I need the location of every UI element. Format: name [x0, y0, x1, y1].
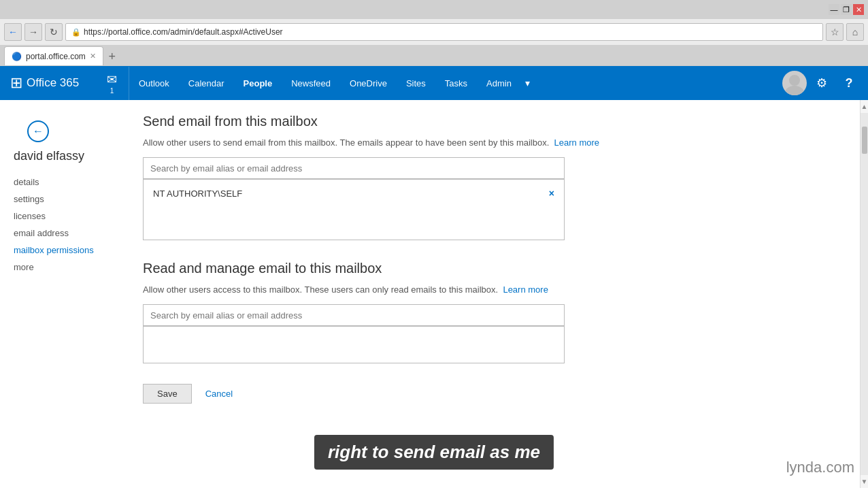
refresh-button[interactable]: ↻	[45, 23, 63, 41]
nav-link-outlook[interactable]: Outlook	[129, 66, 179, 100]
restore-button[interactable]: ❐	[841, 4, 852, 15]
browser-toolbar: ← → ↻ 🔒 https://portal.office.com/admin/…	[0, 19, 868, 45]
address-text: https://portal.office.com/admin/default.…	[84, 27, 283, 37]
svg-point-1	[785, 86, 804, 95]
send-email-title: Send email from this mailbox	[143, 114, 839, 129]
send-email-search-input[interactable]	[143, 157, 565, 179]
back-nav-button[interactable]: ←	[4, 23, 22, 41]
read-email-desc: Allow other users access to this mailbox…	[143, 284, 839, 295]
send-email-section: Send email from this mailbox Allow other…	[143, 114, 839, 240]
scroll-track[interactable]	[861, 113, 868, 475]
sidebar-username: david elfassy	[14, 149, 116, 163]
scroll-up-button[interactable]: ▲	[858, 100, 868, 113]
sidebar-nav: details settings licenses email address …	[14, 177, 116, 272]
save-button[interactable]: Save	[143, 384, 192, 404]
nav-links: Outlook Calendar People Newsfeed OneDriv…	[129, 66, 782, 100]
main-content: Send email from this mailbox Allow other…	[129, 100, 860, 488]
home-button[interactable]: ⌂	[846, 23, 864, 41]
o365-logo-icon: ⊞	[10, 74, 22, 92]
svg-point-0	[789, 75, 800, 86]
new-tab-button[interactable]: +	[103, 48, 121, 65]
back-button[interactable]: ←	[27, 120, 49, 142]
browser-tab[interactable]: 🔵 portal.office.com ✕	[4, 46, 103, 65]
settings-icon: ⚙	[816, 76, 827, 91]
nav-right: ⚙ ?	[782, 71, 868, 95]
sidebar-item-settings[interactable]: settings	[14, 194, 116, 204]
o365-logo[interactable]: ⊞ Office 365	[0, 74, 95, 92]
sidebar-item-mailbox-permissions[interactable]: mailbox permissions	[14, 245, 116, 255]
nav-link-calendar[interactable]: Calendar	[179, 66, 234, 100]
sidebar-item-details[interactable]: details	[14, 177, 116, 187]
browser-chrome: — ❐ ✕ ← → ↻ 🔒 https://portal.office.com/…	[0, 0, 868, 66]
nav-more-chevron[interactable]: ▾	[521, 78, 534, 88]
address-icon: 🔒	[71, 28, 81, 37]
scrollbar[interactable]: ▲ ▼	[860, 100, 868, 488]
o365-logo-text: Office 365	[27, 76, 79, 90]
subtitle-bar: right to send email as me	[314, 435, 554, 470]
nav-link-sites[interactable]: Sites	[397, 66, 435, 100]
mail-icon: ✉	[107, 72, 117, 87]
tab-close-button[interactable]: ✕	[90, 52, 96, 61]
subtitle-text: right to send email as me	[328, 442, 540, 462]
nav-link-tasks[interactable]: Tasks	[435, 66, 477, 100]
permission-remove-button[interactable]: ×	[549, 188, 554, 199]
read-email-title: Read and manage email to this mailbox	[143, 261, 839, 276]
nav-link-admin[interactable]: Admin	[477, 66, 521, 100]
o365-navbar: ⊞ Office 365 ✉ 1 Outlook Calendar People…	[0, 66, 868, 100]
read-email-permissions-list	[143, 326, 565, 363]
tab-label: portal.office.com	[26, 52, 86, 61]
forward-nav-button[interactable]: →	[24, 23, 42, 41]
mail-icon-wrapper[interactable]: ✉ 1	[95, 67, 129, 100]
address-bar[interactable]: 🔒 https://portal.office.com/admin/defaul…	[65, 23, 823, 41]
read-email-section: Read and manage email to this mailbox Al…	[143, 261, 839, 363]
scroll-down-button[interactable]: ▼	[858, 475, 868, 488]
minimize-button[interactable]: —	[829, 4, 839, 15]
tab-bar: 🔵 portal.office.com ✕ +	[0, 45, 868, 65]
browser-titlebar: — ❐ ✕	[0, 0, 868, 19]
nav-link-onedrive[interactable]: OneDrive	[340, 66, 397, 100]
send-email-desc: Allow other users to send email from thi…	[143, 137, 839, 148]
sidebar-item-more[interactable]: more	[14, 262, 116, 272]
tab-favicon: 🔵	[12, 52, 22, 61]
close-button[interactable]: ✕	[853, 4, 864, 15]
read-email-search-input[interactable]	[143, 304, 565, 326]
star-button[interactable]: ☆	[826, 23, 844, 41]
scroll-thumb[interactable]	[862, 127, 867, 154]
cancel-button[interactable]: Cancel	[199, 384, 239, 404]
sidebar-item-licenses[interactable]: licenses	[14, 211, 116, 221]
settings-button[interactable]: ⚙	[809, 71, 834, 95]
permission-name: NT AUTHORITY\SELF	[153, 189, 242, 199]
sidebar: ← david elfassy details settings license…	[0, 100, 129, 488]
nav-link-people[interactable]: People	[234, 66, 282, 100]
watermark: lynda.com	[786, 459, 854, 476]
sidebar-item-email-address[interactable]: email address	[14, 228, 116, 238]
help-button[interactable]: ?	[837, 71, 861, 95]
send-email-learn-more[interactable]: Learn more	[554, 137, 599, 148]
help-icon: ?	[846, 76, 853, 91]
nav-link-newsfeed[interactable]: Newsfeed	[282, 66, 340, 100]
mail-badge: 1	[110, 87, 114, 95]
send-email-permissions-list: NT AUTHORITY\SELF ×	[143, 179, 565, 240]
action-buttons: Save Cancel	[143, 384, 839, 404]
permission-item: NT AUTHORITY\SELF ×	[149, 185, 558, 201]
read-email-learn-more[interactable]: Learn more	[503, 284, 548, 295]
user-avatar[interactable]	[782, 71, 807, 95]
